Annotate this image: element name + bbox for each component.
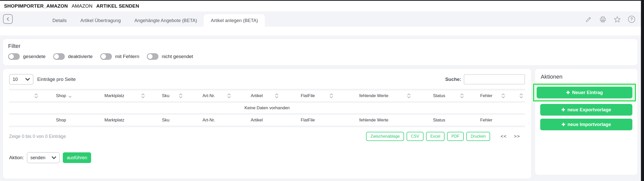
table-row-separator: [9, 125, 525, 127]
col-fehler-header[interactable]: Fehler: [466, 90, 507, 101]
help-glyph: ?: [628, 16, 635, 23]
search-label: Suche:: [445, 77, 461, 82]
filter-toggle-row: gesendete deaktivierte mit Fehlern nicht…: [8, 53, 632, 60]
col-shop-header[interactable]: Shop: [40, 90, 82, 101]
sort-icon[interactable]: [330, 93, 333, 99]
new-entry-button[interactable]: ✚ Neuer Eintrag: [537, 87, 632, 98]
new-entry-label: Neuer Eintrag: [572, 90, 603, 95]
footer-fehler: Fehler: [466, 115, 507, 125]
footer-flatfile: FlatFile: [280, 115, 335, 125]
toggle-mit-fehlern[interactable]: [100, 53, 112, 60]
sort-icon[interactable]: [460, 93, 464, 99]
action-select-value: senden: [30, 155, 45, 160]
table-row-separator: [9, 113, 525, 115]
print-export-button[interactable]: Drucken: [466, 132, 490, 141]
col-artikel-label: Artikel: [251, 93, 263, 98]
empty-data-row: Keine Daten vorhanden: [9, 103, 525, 113]
filter-deaktivierte: deaktivierte: [53, 53, 93, 60]
chevron-down-icon: [52, 156, 56, 159]
actions-panel: Aktionen ✚ Neuer Eintrag ✚ neue Exportvo…: [535, 69, 637, 175]
sort-icon[interactable]: [227, 93, 231, 99]
sort-icon[interactable]: [407, 93, 411, 99]
col-artikel-header[interactable]: Artikel: [233, 90, 280, 101]
footer-fehlende-werte: fehlende Werte: [335, 115, 413, 125]
col-fehlende-werte-header[interactable]: fehlende Werte: [335, 90, 413, 101]
toggle-nicht-gesendet[interactable]: [147, 53, 158, 60]
toggle-gesendete[interactable]: [8, 53, 20, 60]
col-actions-header[interactable]: [507, 90, 525, 101]
tab-artikel-anlegen[interactable]: Artikel anlegen (BETA): [204, 14, 265, 27]
col-marktplatz-header[interactable]: Marktplatz: [82, 90, 147, 101]
copy-clipboard-button[interactable]: Zwischenablage: [366, 132, 404, 141]
edit-pencil-icon[interactable]: [585, 15, 592, 23]
table-footer-row: Shop Marktplatz Sku Art-Nr. Artikel Flat…: [9, 115, 525, 125]
sort-icon[interactable]: [501, 93, 505, 99]
favorite-star-icon[interactable]: [613, 15, 621, 23]
toggle-deaktivierte[interactable]: [53, 53, 65, 60]
search-input[interactable]: [464, 74, 525, 84]
tab-details[interactable]: Details: [46, 14, 74, 27]
col-status-header[interactable]: Status: [413, 90, 466, 101]
chevron-left-icon: [6, 17, 10, 21]
toggle-label-mit-fehlern: mit Fehlern: [115, 54, 139, 59]
breadcrumb-item-channel[interactable]: AMAZON: [72, 3, 92, 9]
col-flatfile-label: FlatFile: [301, 93, 315, 98]
search-control: Suche:: [445, 74, 525, 84]
footer-empty-cell: [9, 115, 40, 125]
articles-table: Shop Marktplatz Sku: [9, 89, 525, 127]
export-button-group: Zwischenablage CSV Excel PDF Drucken: [366, 132, 490, 141]
filter-nicht-gesendet: nicht gesendet: [147, 53, 193, 60]
footer-shop: Shop: [40, 115, 82, 125]
tab-artikel-uebertragung[interactable]: Artikel Übertragung: [74, 14, 128, 27]
sort-icon[interactable]: [141, 93, 145, 99]
actions-button-stack: ✚ Neuer Eintrag ✚ neue Exportvorlage ✚ n…: [540, 84, 632, 130]
table-header-row: Shop Marktplatz Sku: [9, 90, 525, 101]
toggle-label-gesendete: gesendete: [23, 54, 46, 59]
page-size-select[interactable]: 10: [9, 74, 33, 85]
col-flatfile-header[interactable]: FlatFile: [280, 90, 335, 101]
sort-icon[interactable]: [519, 93, 523, 99]
action-select[interactable]: senden: [27, 152, 60, 163]
main-row: 10 Einträge pro Seite Suche:: [3, 69, 637, 179]
next-page-button[interactable]: >>: [514, 134, 520, 139]
page-size-label: Einträge pro Seite: [37, 77, 76, 82]
plus-icon: ✚: [562, 122, 565, 127]
filter-gesendete: gesendete: [8, 53, 46, 60]
csv-export-button[interactable]: CSV: [407, 132, 424, 141]
help-icon[interactable]: ?: [628, 15, 635, 23]
sort-desc-icon[interactable]: [68, 96, 72, 98]
excel-export-button[interactable]: Excel: [426, 132, 445, 141]
toggle-knob: [148, 54, 153, 59]
footer-status: Status: [413, 115, 466, 125]
new-export-template-label: neue Exportvorlage: [567, 107, 611, 113]
tab-angehaengte-angebote[interactable]: Angehängte Angebote (BETA): [128, 14, 204, 27]
new-import-template-label: neue Importvorlage: [568, 122, 611, 127]
breadcrumb-item-module[interactable]: SHOPIMPORTER_AMAZON: [4, 3, 68, 9]
pdf-export-button[interactable]: PDF: [447, 132, 464, 141]
table-controls: 10 Einträge pro Seite Suche:: [9, 74, 525, 85]
previous-page-button[interactable]: <<: [501, 134, 507, 139]
sort-icon[interactable]: [275, 93, 278, 99]
print-icon[interactable]: [599, 15, 607, 23]
col-fehlende-werte-label: fehlende Werte: [359, 93, 388, 98]
col-select-header[interactable]: [9, 90, 40, 101]
back-button[interactable]: [3, 14, 13, 24]
col-marktplatz-label: Marktplatz: [105, 93, 124, 98]
footer-artikel: Artikel: [233, 115, 280, 125]
sort-icon[interactable]: [34, 93, 38, 99]
col-sku-header[interactable]: Sku: [147, 90, 185, 101]
new-export-template-button[interactable]: ✚ neue Exportvorlage: [540, 104, 632, 116]
filter-title: Filter: [8, 43, 632, 49]
footer-marktplatz: Marktplatz: [82, 115, 147, 125]
page-size-control: 10 Einträge pro Seite: [9, 74, 76, 85]
tab-content-top-band: [0, 27, 641, 35]
col-artnr-header[interactable]: Art-Nr.: [185, 90, 233, 101]
sort-icon[interactable]: [179, 93, 183, 99]
action-label: Aktion:: [9, 155, 24, 160]
actions-panel-title: Aktionen: [541, 74, 632, 80]
toggle-label-nicht-gesendet: nicht gesendet: [162, 54, 193, 59]
new-import-template-button[interactable]: ✚ neue Importvorlage: [540, 119, 632, 130]
execute-button[interactable]: ausführen: [63, 152, 91, 163]
toggle-knob: [54, 54, 59, 59]
table-row-separator: [9, 89, 525, 90]
